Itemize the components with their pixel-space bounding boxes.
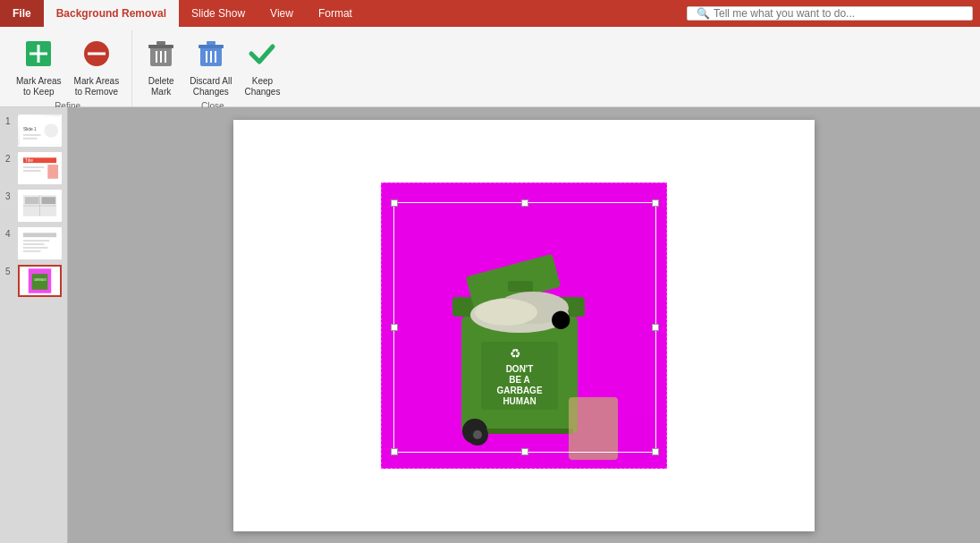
slide-num-5: 5 [5, 265, 14, 276]
svg-text:♻: ♻ [510, 346, 521, 361]
keep-changes-label: KeepChanges [244, 76, 280, 98]
svg-rect-35 [23, 233, 56, 237]
slide-thumb-3[interactable]: 3 [5, 190, 62, 222]
svg-rect-13 [207, 41, 215, 45]
slides-panel: 1 Slide 1 2 Title [0, 107, 68, 543]
svg-rect-32 [25, 197, 39, 204]
keep-changes-icon [246, 38, 278, 74]
ribbon-tabs: File Background Removal Slide Show View … [0, 0, 980, 27]
slide-canvas: ♻ DON'T BE A GARBAGE HUMAN [233, 120, 815, 531]
svg-text:HUMAN: HUMAN [503, 396, 536, 406]
slide-image-5: GARBAGE [18, 265, 62, 297]
search-bar[interactable]: 🔍 [687, 6, 973, 21]
svg-rect-20 [23, 138, 38, 140]
tab-format[interactable]: Format [306, 0, 365, 27]
svg-text:GARBAGE: GARBAGE [496, 386, 542, 395]
slide-image-3 [18, 190, 62, 222]
svg-point-64 [473, 430, 482, 439]
mark-areas-to-keep-button[interactable]: Mark Areasto Keep [11, 34, 67, 101]
svg-rect-39 [23, 250, 41, 252]
mark-remove-label: Mark Areasto Remove [74, 76, 120, 98]
tab-slide-show[interactable]: Slide Show [179, 0, 258, 27]
tab-view[interactable]: View [258, 0, 306, 27]
svg-rect-7 [156, 41, 165, 45]
delete-mark-button[interactable]: DeleteMark [139, 34, 182, 101]
slide-thumb-2[interactable]: 2 Title [5, 152, 62, 184]
mark-areas-to-remove-button[interactable]: Mark Areasto Remove [69, 34, 125, 101]
slide-thumb-4[interactable]: 4 [5, 227, 62, 259]
canvas-area: ♻ DON'T BE A GARBAGE HUMAN [68, 107, 980, 543]
svg-rect-61 [569, 397, 618, 460]
main-layout: 1 Slide 1 2 Title [0, 107, 980, 543]
svg-rect-27 [47, 165, 58, 179]
slide-image-2: Title [18, 152, 62, 184]
tab-file[interactable]: File [0, 0, 44, 27]
svg-rect-33 [41, 197, 55, 204]
keep-changes-button[interactable]: KeepChanges [239, 34, 285, 101]
delete-mark-label: DeleteMark [148, 76, 174, 98]
svg-rect-37 [23, 243, 44, 245]
svg-text:Slide 1: Slide 1 [23, 127, 37, 132]
slide-image-4 [18, 227, 62, 259]
ribbon-group-refine: Mark Areasto Keep Mark Areasto Remove Re… [4, 30, 132, 106]
trash-can-svg: ♻ DON'T BE A GARBAGE HUMAN [381, 182, 667, 469]
svg-rect-6 [148, 45, 173, 48]
discard-icon [195, 38, 227, 74]
svg-rect-47 [508, 281, 533, 292]
svg-text:DON'T: DON'T [506, 364, 534, 374]
slide-num-3: 3 [5, 190, 14, 201]
slide-num-4: 4 [5, 227, 14, 239]
svg-point-54 [475, 299, 537, 326]
svg-rect-26 [23, 170, 41, 172]
svg-text:GARBAGE: GARBAGE [34, 278, 47, 282]
discard-all-changes-label: Discard AllChanges [190, 76, 232, 98]
delete-mark-icon [145, 38, 177, 74]
tab-background-removal[interactable]: Background Removal [44, 0, 179, 27]
svg-rect-36 [23, 240, 49, 242]
mark-keep-icon [22, 38, 55, 74]
svg-rect-38 [23, 247, 47, 249]
slide-num-2: 2 [5, 152, 14, 164]
image-container[interactable]: ♻ DON'T BE A GARBAGE HUMAN [381, 182, 667, 469]
svg-text:BE A: BE A [509, 375, 530, 385]
svg-rect-19 [23, 134, 41, 136]
refine-buttons: Mark Areasto Keep Mark Areasto Remove [11, 30, 124, 101]
mark-remove-icon [80, 38, 113, 74]
svg-point-21 [44, 123, 58, 138]
search-input[interactable] [714, 7, 963, 20]
search-icon: 🔍 [697, 7, 710, 20]
slide-thumb-5[interactable]: 5 GARBAGE [5, 265, 62, 297]
close-buttons: DeleteMark Discard AllChanges [139, 30, 285, 101]
slide-num-1: 1 [5, 115, 14, 126]
svg-rect-25 [23, 166, 44, 168]
discard-all-changes-button[interactable]: Discard AllChanges [184, 34, 237, 101]
ribbon-group-close: DeleteMark Discard AllChanges [132, 30, 292, 106]
svg-text:Title: Title [25, 158, 33, 163]
mark-keep-label: Mark Areasto Keep [16, 76, 62, 98]
ribbon: Mark Areasto Keep Mark Areasto Remove Re… [0, 27, 980, 107]
svg-rect-62 [622, 415, 653, 460]
slide-image-1: Slide 1 [18, 115, 62, 147]
slide-thumb-1[interactable]: 1 Slide 1 [5, 115, 62, 147]
svg-rect-12 [199, 45, 224, 48]
